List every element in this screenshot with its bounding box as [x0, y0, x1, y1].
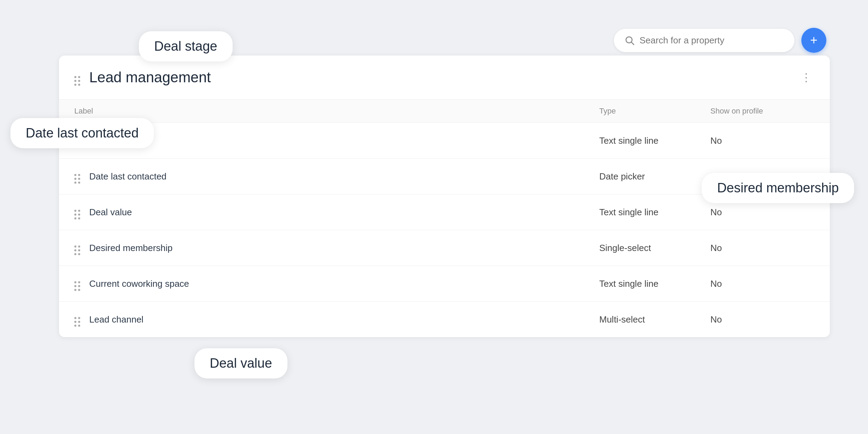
- drag-handle-icon[interactable]: [74, 69, 80, 86]
- row-drag-icon[interactable]: [74, 169, 80, 184]
- svg-line-1: [632, 42, 634, 45]
- tooltip-desired-membership: Desired membership: [702, 173, 854, 203]
- card-title: Lead management: [89, 69, 211, 86]
- card-header-left: Lead management: [74, 69, 211, 86]
- row-drag-icon[interactable]: [74, 312, 80, 327]
- tooltip-date-last-contacted: Date last contacted: [10, 118, 154, 148]
- row-type: Single-select: [599, 243, 710, 253]
- search-input[interactable]: [640, 35, 784, 46]
- row-type: Text single line: [599, 207, 710, 218]
- row-show: No: [710, 207, 815, 218]
- row-drag-icon[interactable]: [74, 205, 80, 219]
- row-drag-icon[interactable]: [74, 241, 80, 255]
- search-icon: [624, 35, 635, 45]
- row-label: Lead channel: [89, 314, 143, 325]
- table-row: Lead channel Multi-select No: [59, 302, 830, 337]
- table-body: Deal stage Text single line No Date last…: [59, 123, 830, 337]
- row-label: Desired membership: [89, 243, 173, 253]
- card-header: Lead management ⋮: [59, 56, 830, 100]
- row-type: Date picker: [599, 171, 710, 182]
- page-background: + Lead management ⋮ Label Type Show on: [0, 0, 868, 434]
- top-bar: +: [614, 28, 826, 53]
- more-options-icon[interactable]: ⋮: [798, 68, 815, 87]
- row-drag-icon[interactable]: [74, 276, 80, 291]
- row-show: No: [710, 278, 815, 289]
- row-label: Current coworking space: [89, 278, 189, 289]
- table-row: Deal stage Text single line No: [59, 123, 830, 159]
- tooltip-deal-value: Deal value: [194, 348, 287, 378]
- add-button[interactable]: +: [801, 28, 826, 53]
- row-label: Deal value: [89, 207, 132, 218]
- tooltip-deal-stage: Deal stage: [139, 31, 233, 61]
- search-box[interactable]: [614, 29, 794, 52]
- col-type: Type: [599, 107, 710, 116]
- col-label: Label: [74, 107, 599, 116]
- row-type: Text single line: [599, 135, 710, 146]
- row-show: No: [710, 314, 815, 325]
- table-header: Label Type Show on profile: [59, 100, 830, 123]
- col-show: Show on profile: [710, 107, 815, 116]
- row-show: No: [710, 135, 815, 146]
- table-row: Desired membership Single-select No: [59, 230, 830, 266]
- row-show: No: [710, 243, 815, 253]
- row-label: Date last contacted: [89, 171, 167, 182]
- table-row: Current coworking space Text single line…: [59, 266, 830, 302]
- row-type: Text single line: [599, 278, 710, 289]
- row-type: Multi-select: [599, 314, 710, 325]
